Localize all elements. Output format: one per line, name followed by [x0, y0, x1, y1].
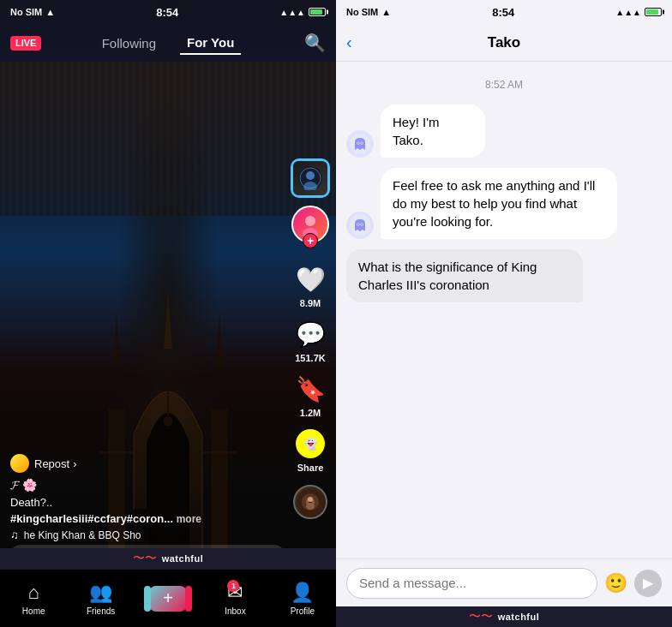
- tiktok-bottomnav: ⌂ Home 👥 Friends + ✉ 1 Inbox 👤 Profile: [0, 569, 336, 627]
- friends-icon: 👥: [89, 582, 112, 604]
- more-link[interactable]: more: [177, 513, 201, 525]
- home-label: Home: [22, 606, 45, 616]
- comment-button[interactable]: 💬 151.7K: [293, 317, 327, 363]
- tako-status-right: ▲▲▲: [615, 8, 662, 17]
- nav-home[interactable]: ⌂ Home: [0, 582, 67, 616]
- watchful-brand-left: watchful: [162, 553, 204, 564]
- tako-status-time: 8:54: [492, 6, 514, 19]
- bot-message-2: Feel free to ask me anything and I'll do…: [381, 168, 617, 239]
- svg-marker-4: [216, 314, 223, 366]
- svg-point-8: [163, 416, 173, 427]
- caption-row: 𝓕 🌸: [10, 478, 285, 493]
- bookmark-icon: 🔖: [293, 372, 327, 406]
- svg-marker-3: [113, 314, 120, 366]
- repost-row[interactable]: Repost ›: [10, 454, 285, 473]
- like-button[interactable]: 🤍 8.9M: [293, 262, 327, 308]
- tako-messages: 8:52 AM Hey! I'm Tako.: [336, 62, 672, 558]
- back-button[interactable]: ‹: [346, 33, 352, 52]
- nav-friends[interactable]: 👥 Friends: [67, 582, 134, 616]
- watchful-logo-right: 〜〜: [469, 609, 493, 624]
- send-button[interactable]: ▶: [634, 570, 662, 597]
- user-message-container: What is the significance of King Charles…: [346, 249, 662, 302]
- search-icon[interactable]: 🔍: [304, 33, 326, 53]
- profile-icon: 👤: [291, 582, 314, 604]
- svg-point-12: [300, 168, 321, 188]
- crowd-overlay: [0, 62, 336, 216]
- comment-icon: 💬: [293, 317, 327, 351]
- share-icon: 👻: [293, 427, 327, 461]
- tiktok-panel: No SIM ▲ 8:54 ▲▲▲ LIVE Following For You…: [0, 0, 336, 627]
- wifi-icon: ▲: [45, 7, 55, 17]
- message-input[interactable]: [346, 568, 597, 599]
- inbox-icon-wrap: ✉ 1: [227, 582, 243, 604]
- tako-ghost-icon: [350, 134, 370, 154]
- emoji-button[interactable]: 🙂: [604, 572, 627, 594]
- repost-avatar: [10, 454, 29, 473]
- tako-watchful-bar: 〜〜 watchful: [336, 606, 672, 627]
- music-disc-button[interactable]: [293, 485, 327, 519]
- comment-count: 151.7K: [295, 353, 325, 363]
- svg-marker-2: [164, 289, 172, 349]
- heart-icon: 🤍: [293, 262, 327, 296]
- live-label: LIVE: [15, 39, 36, 48]
- svg-point-11: [303, 182, 317, 190]
- profile-label: Profile: [291, 606, 315, 616]
- tiktok-watchful-bar: 〜〜 watchful: [0, 548, 336, 569]
- home-icon: ⌂: [28, 582, 39, 604]
- signal-icon: ▲▲▲: [279, 8, 305, 17]
- carrier-text: No SIM: [10, 7, 42, 17]
- nav-tabs: Following For You: [95, 32, 242, 55]
- nav-inbox[interactable]: ✉ 1 Inbox: [201, 582, 268, 616]
- tako-panel: No SIM ▲ 8:54 ▲▲▲ ‹ Tako 8:52 AM: [336, 0, 672, 627]
- nav-create[interactable]: +: [135, 586, 201, 612]
- bot-message-1-row: Hey! I'm Tako.: [346, 104, 485, 158]
- tako-carrier: No SIM: [346, 7, 378, 17]
- avatar-icon: [298, 166, 322, 190]
- inbox-label: Inbox: [225, 606, 245, 616]
- tiktok-nav: LIVE Following For You 🔍: [0, 24, 336, 62]
- svg-point-9: [298, 166, 322, 190]
- status-right: ▲▲▲: [279, 8, 326, 17]
- tiktok-statusbar: No SIM ▲ 8:54 ▲▲▲: [0, 0, 336, 24]
- follow-plus-badge[interactable]: +: [303, 233, 318, 248]
- svg-point-27: [357, 142, 358, 143]
- svg-point-28: [361, 142, 362, 143]
- tab-foryou[interactable]: For You: [180, 32, 241, 55]
- tab-following[interactable]: Following: [95, 33, 163, 54]
- share-label: Share: [297, 463, 324, 473]
- music-row: ♫ he King Khan & BBQ Sho: [10, 528, 285, 541]
- live-badge[interactable]: LIVE: [10, 36, 41, 51]
- friends-label: Friends: [87, 606, 115, 616]
- svg-point-22: [308, 497, 313, 502]
- tiktok-actions: + 🤍 8.9M 💬 151.7K 🔖 1.2M 👻: [291, 159, 329, 524]
- video-title: Death?..: [10, 496, 285, 509]
- send-arrow-icon: ▶: [643, 575, 653, 591]
- share-button[interactable]: 👻 Share: [293, 427, 327, 473]
- tako-input-area: 🙂 ▶: [336, 558, 672, 606]
- featured-avatar[interactable]: [291, 159, 329, 197]
- status-time: 8:54: [156, 6, 178, 19]
- watchful-brand-right: watchful: [498, 612, 540, 622]
- user-message: What is the significance of King Charles…: [346, 249, 583, 302]
- svg-point-23: [306, 503, 315, 510]
- tako-wifi-icon: ▲: [381, 7, 391, 17]
- watchful-logo-left: 〜〜: [133, 551, 157, 566]
- repost-text: Repost ›: [34, 457, 77, 470]
- bot-message-2-row: Feel free to ask me anything and I'll do…: [346, 168, 662, 239]
- svg-point-32: [357, 224, 358, 224]
- svg-point-14: [305, 216, 315, 226]
- tako-battery-icon: [645, 8, 662, 16]
- tako-bot-avatar: [346, 130, 374, 158]
- tako-header: ‹ Tako: [336, 24, 672, 62]
- tako-signal-icon: ▲▲▲: [615, 8, 641, 17]
- tako-battery-fill: [646, 9, 658, 15]
- tako-statusbar: No SIM ▲ 8:54 ▲▲▲: [336, 0, 672, 24]
- creator-avatar-container: +: [291, 206, 329, 243]
- bookmark-button[interactable]: 🔖 1.2M: [293, 372, 327, 418]
- bookmark-count: 1.2M: [300, 408, 321, 418]
- username-icon: 𝓕 🌸: [10, 478, 37, 493]
- music-text: he King Khan & BBQ Sho: [24, 529, 141, 541]
- nav-profile[interactable]: 👤 Profile: [269, 582, 336, 616]
- tako-status-left: No SIM ▲: [346, 7, 391, 17]
- tako-title: Tako: [488, 34, 520, 51]
